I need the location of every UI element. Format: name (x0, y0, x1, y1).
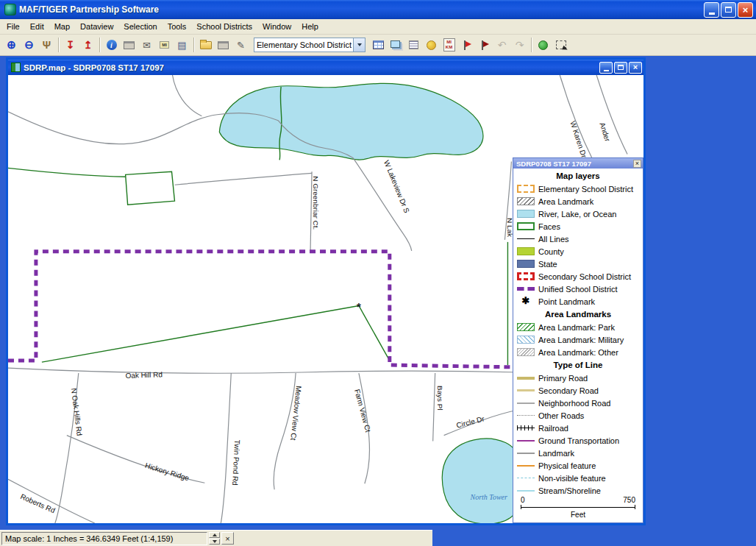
printer-small-button[interactable] (121, 37, 138, 53)
scale-spin-down-button[interactable] (209, 539, 220, 545)
legend-item: Area Landmark (513, 195, 643, 208)
toolbar-separator (58, 38, 59, 52)
open-folder-button[interactable] (197, 37, 214, 53)
envelope-button[interactable]: ✉ (138, 37, 155, 53)
ruler-button[interactable]: MI (156, 37, 173, 53)
flag-button[interactable] (458, 37, 475, 53)
select-box-icon (556, 40, 566, 49)
legend-item: Secondary Road (513, 384, 643, 397)
pan-hand-icon: Ψ (43, 39, 51, 51)
title-bar: MAF/TIGER Partnership Software × (0, 0, 756, 19)
legend-item-label: Unified School District (538, 285, 618, 294)
point-landmark-star: * (357, 300, 361, 313)
minimize-button[interactable] (704, 2, 719, 18)
app-icon (4, 4, 16, 15)
menu-map[interactable]: Map (49, 20, 75, 33)
chevron-down-icon[interactable] (353, 38, 365, 52)
menu-help[interactable]: Help (296, 20, 324, 33)
close-button[interactable]: × (738, 2, 753, 18)
secondary-swatch (517, 272, 535, 280)
report-button[interactable]: ▤ (174, 37, 190, 53)
military-swatch (517, 336, 535, 344)
table-button[interactable] (370, 37, 387, 53)
print-button[interactable] (215, 37, 232, 53)
legend-item-label: All Lines (538, 235, 569, 244)
globe-button[interactable] (423, 37, 440, 53)
globe-icon (427, 40, 436, 50)
road-label: N Greenbriar Ct. (312, 176, 320, 230)
minimize-icon (604, 70, 609, 71)
legend-title: SDRP0708 ST17 17097 (516, 160, 633, 168)
map-window-controls: × (599, 62, 642, 74)
zoom-in-button[interactable]: ⊕ (3, 37, 20, 53)
toolbar-separator (531, 38, 532, 52)
stream-swatch (517, 490, 535, 492)
face-line (8, 168, 126, 177)
ruler-icon: MI (160, 41, 169, 49)
menu-file[interactable]: File (1, 20, 25, 33)
county-swatch (517, 247, 535, 255)
legend-item: All Lines (513, 233, 643, 245)
menu-edit[interactable]: Edit (25, 20, 49, 33)
list-button[interactable] (405, 37, 422, 53)
scale-spin-up-button[interactable] (209, 532, 220, 538)
legend-item: Other Roads (513, 409, 643, 422)
road-label: Twin Pond Rd (231, 439, 241, 485)
road-label: W Lakeview Dr S (382, 159, 411, 214)
maximize-icon (725, 7, 732, 13)
road-label: Circle Dr (455, 414, 485, 429)
road-label: W Karen Dr. (568, 120, 588, 160)
info-button[interactable]: i (103, 37, 120, 53)
school-district-dropdown[interactable]: Elementary School District (254, 38, 365, 52)
legend-item-label: Area Landmark: Military (538, 336, 624, 344)
scale-bar-close-button[interactable]: × (221, 532, 234, 545)
legend-item: River, Lake, or Ocean (513, 208, 643, 220)
menu-window[interactable]: Window (257, 20, 296, 33)
redo-icon: ↷ (516, 39, 524, 51)
railroad-swatch (517, 425, 535, 430)
add-point-button[interactable] (535, 37, 552, 53)
pencil-button[interactable]: ✎ (232, 37, 249, 53)
legend-title-bar[interactable]: SDRP0708 ST17 17097 × (513, 158, 643, 169)
zoom-out-button[interactable]: ⊖ (21, 37, 38, 53)
map-window-title-bar[interactable]: SDRP.map - SDRP0708 ST17 17097 × (8, 60, 643, 75)
import-arrow-button[interactable]: ↧ (62, 37, 79, 53)
scale-min: 0 (521, 496, 525, 504)
menu-bar: FileEditMapDataviewSelectionToolsSchool … (0, 19, 756, 35)
legend-item-label: Stream/Shoreline (538, 486, 601, 495)
mi-km-button[interactable]: MI KM (441, 37, 457, 53)
legend-item: State (513, 258, 643, 270)
menu-dataview[interactable]: Dataview (75, 20, 118, 33)
map-canvas[interactable]: * N Greenbriar Ct.W Lakeview Dr SOak Hil… (8, 75, 643, 523)
physical-swatch (517, 465, 535, 467)
redo-button[interactable]: ↷ (511, 37, 528, 53)
map-close-button[interactable]: × (629, 62, 642, 74)
layers-icon (391, 40, 400, 48)
flag-x-button[interactable] (476, 37, 493, 53)
map-restore-button[interactable] (614, 62, 627, 74)
close-icon: × (634, 160, 641, 167)
legend-item-label: Secondary Road (538, 386, 599, 395)
legend-panel: SDRP0708 ST17 17097 × Map layersElementa… (513, 157, 643, 523)
map-minimize-button[interactable] (599, 62, 613, 74)
pan-hand-button[interactable]: Ψ (38, 37, 55, 53)
scale-line (521, 505, 635, 509)
menu-school-districts[interactable]: School Districts (191, 20, 257, 33)
undo-button[interactable]: ↶ (493, 37, 510, 53)
water-swatch (517, 210, 535, 218)
primary-road-swatch (517, 377, 535, 380)
menu-selection[interactable]: Selection (118, 20, 162, 33)
legend-item: Area Landmark: Park (513, 321, 643, 333)
maximize-button[interactable] (721, 2, 736, 18)
menu-tools[interactable]: Tools (163, 20, 192, 33)
ground-transport-swatch (517, 440, 535, 442)
legend-close-button[interactable]: × (633, 160, 641, 168)
legend-item: Area Landmark: Other (513, 346, 643, 358)
close-icon: × (225, 534, 229, 543)
legend-item: Railroad (513, 422, 643, 434)
select-box-button[interactable] (552, 37, 569, 53)
layers-button[interactable] (388, 37, 404, 53)
zoom-in-icon: ⊕ (7, 38, 16, 52)
legend-item: Unified School District (513, 283, 643, 295)
export-arrow-button[interactable]: ↥ (79, 37, 96, 53)
